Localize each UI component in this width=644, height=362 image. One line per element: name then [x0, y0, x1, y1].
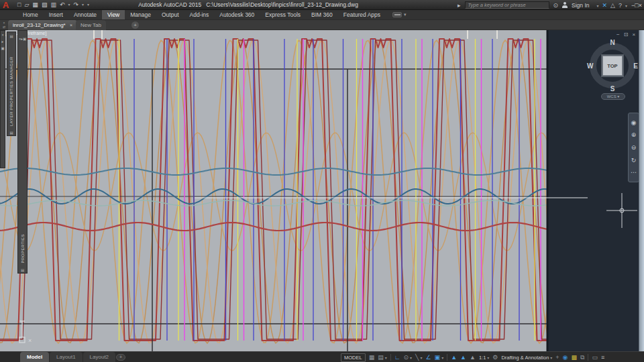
- ribbon-tab-add-ins[interactable]: Add-ins: [184, 10, 215, 19]
- undo-caret-icon[interactable]: ▾: [68, 0, 70, 10]
- navbar-more-icon[interactable]: ⋯: [631, 169, 637, 176]
- save-as-icon[interactable]: ▧: [42, 0, 48, 10]
- title-bar: A □▱▦▧▥↶▾↷▾▾ Autodesk AutoCAD 2015 C:\Us…: [0, 0, 644, 10]
- ribbon-tab-featured-apps[interactable]: Featured Apps: [338, 10, 386, 19]
- annotation-monitor-icon[interactable]: +: [555, 352, 559, 362]
- snap-icon-caret-icon[interactable]: ▾: [385, 355, 387, 360]
- redo-icon[interactable]: ↷: [73, 0, 78, 10]
- palette-control-icon[interactable]: ▣: [23, 37, 26, 41]
- viewcube-top-face[interactable]: TOP: [602, 56, 623, 76]
- layer-properties-manager-palette[interactable]: ▤ LAYER PROPERTIES MANAGER ▤: [7, 32, 16, 136]
- osnap-tracking-icon[interactable]: ∠: [426, 352, 431, 362]
- filetab-switch-icon[interactable]: ⇄: [3, 25, 5, 29]
- viewport-restore-icon[interactable]: ⊡: [624, 32, 629, 38]
- viewcube-east[interactable]: E: [633, 62, 638, 70]
- ribbon-tab-output[interactable]: Output: [156, 10, 184, 19]
- ribbon-tab-annotate[interactable]: Annotate: [68, 10, 102, 19]
- clean-screen-icon[interactable]: ▭: [592, 352, 598, 362]
- palette-sheet-icon: ▤: [21, 268, 24, 273]
- zoom-icon[interactable]: ⊖: [631, 144, 637, 151]
- annotation-visibility-icon[interactable]: ▲: [451, 352, 457, 362]
- palette-control-icon[interactable]: ▸: [2, 40, 4, 44]
- scale-value[interactable]: 1:1: [479, 355, 486, 361]
- viewcube-south[interactable]: S: [610, 85, 615, 93]
- ribbon-tab-insert[interactable]: Insert: [44, 10, 68, 19]
- graphics-performance-icon[interactable]: ⧉: [580, 352, 584, 362]
- ortho-icon[interactable]: ∟: [394, 352, 400, 362]
- open-file-icon[interactable]: ▱: [24, 0, 29, 10]
- search-input[interactable]: Type a keyword or phrase: [465, 1, 549, 9]
- new-file-icon[interactable]: □: [17, 0, 21, 10]
- pan-icon[interactable]: ⊕: [631, 131, 637, 138]
- model-space-toggle[interactable]: MODEL: [341, 353, 366, 362]
- help-caret-icon[interactable]: ▾: [625, 4, 627, 8]
- snap-icon[interactable]: ▤: [378, 352, 384, 362]
- ribbon-display-toggle[interactable]: ▾: [392, 10, 407, 19]
- ribbon-tab-autodesk-360[interactable]: Autodesk 360: [214, 10, 260, 19]
- new-drawing-button[interactable]: +: [131, 21, 139, 29]
- autocad-logo[interactable]: A: [3, 0, 9, 10]
- workspace-gear-icon[interactable]: ⚙: [492, 352, 498, 362]
- palette-sheet-icon: ▤: [9, 131, 13, 135]
- scale-value-caret-icon[interactable]: ▾: [487, 355, 489, 360]
- autodesk360-icon[interactable]: △: [610, 2, 615, 9]
- customization-icon[interactable]: ≡: [601, 352, 604, 362]
- statusbar-separator: [447, 354, 447, 361]
- layout-tab-model[interactable]: Model: [20, 352, 49, 362]
- ribbon-tab-manage[interactable]: Manage: [125, 10, 156, 19]
- drawing-canvas[interactable]: ×: [0, 30, 644, 351]
- ribbon-tab-bim-360[interactable]: BIM 360: [306, 10, 338, 19]
- file-tab-close-icon[interactable]: ×: [70, 23, 72, 27]
- vertical-scrollbar[interactable]: [639, 30, 644, 351]
- palette-edge-bar[interactable]: ×▸▣: [0, 30, 5, 168]
- units-icon[interactable]: ◉: [563, 352, 568, 362]
- search-dropdown-icon[interactable]: ▸: [458, 2, 461, 9]
- ribbon-tab-home[interactable]: Home: [17, 10, 44, 19]
- exchange-apps-icon[interactable]: ✕: [602, 2, 608, 9]
- file-tab-new[interactable]: New Tab: [76, 20, 106, 30]
- viewcube[interactable]: N S W E TOP: [586, 40, 639, 92]
- help-icon[interactable]: ?: [619, 2, 622, 9]
- polar-tracking-icon[interactable]: ⊙: [404, 352, 409, 362]
- properties-palette[interactable]: ×▸▣ PROPERTIES ▤: [17, 30, 28, 274]
- file-tab-active[interactable]: inroll_23-12_Drawing* ×: [8, 20, 77, 30]
- close-button[interactable]: ×: [639, 2, 642, 9]
- ribbon-tab-view[interactable]: View: [102, 10, 125, 19]
- ribbon-tab-express-tools[interactable]: Express Tools: [260, 10, 306, 19]
- new-layout-button[interactable]: +: [116, 354, 125, 361]
- plot-icon[interactable]: ▥: [50, 0, 56, 10]
- qat-customize-icon[interactable]: ▾: [87, 0, 89, 10]
- sign-in-button[interactable]: Sign In: [572, 2, 589, 9]
- undo-icon[interactable]: ↶: [60, 0, 65, 10]
- orbit-icon[interactable]: ↻: [631, 157, 637, 164]
- search-icon[interactable]: ⊙: [553, 2, 559, 9]
- osnap-icon[interactable]: ▣: [435, 352, 441, 362]
- redo-caret-icon[interactable]: ▾: [82, 0, 84, 10]
- signin-caret-icon[interactable]: ▾: [597, 4, 599, 8]
- properties-palette-icons: ×▸▣: [19, 31, 26, 43]
- wcs-menu[interactable]: WCS ▾: [601, 93, 625, 100]
- layout-tab-layout2[interactable]: Layout2: [83, 352, 115, 362]
- steering-wheel-icon[interactable]: ◉: [631, 119, 637, 126]
- save-icon[interactable]: ▦: [32, 0, 38, 10]
- viewport-minimize-icon[interactable]: −: [616, 32, 620, 38]
- workspace-value[interactable]: Drafting & Annotation: [501, 355, 549, 361]
- annotation-autoscale-icon[interactable]: ▲: [460, 352, 466, 362]
- isolate-objects-icon[interactable]: ▩: [571, 352, 577, 362]
- viewcube-north[interactable]: N: [610, 39, 614, 46]
- layout-tab-layout1[interactable]: Layout1: [50, 352, 82, 362]
- navigation-bar: ◉⊕⊖↻⋯: [628, 113, 639, 182]
- workspace-value-caret-icon[interactable]: ▾: [550, 355, 552, 360]
- grid-icon[interactable]: ▦: [369, 352, 375, 362]
- isodraft-icon[interactable]: ╲: [415, 352, 419, 362]
- annotation-scale-icon[interactable]: ▲: [470, 352, 476, 362]
- palette-control-icon[interactable]: ▣: [1, 46, 4, 51]
- polar-tracking-icon-caret-icon[interactable]: ▾: [410, 355, 412, 360]
- viewport-close-icon[interactable]: ×: [632, 32, 635, 38]
- isodraft-icon-caret-icon[interactable]: ▾: [421, 355, 423, 360]
- osnap-icon-caret-icon[interactable]: ▾: [441, 355, 443, 360]
- viewcube-west[interactable]: W: [587, 62, 593, 70]
- window-buttons: −□×: [631, 2, 642, 9]
- palette-control-icon[interactable]: ×: [1, 33, 3, 38]
- statusbar-separator: [588, 354, 588, 361]
